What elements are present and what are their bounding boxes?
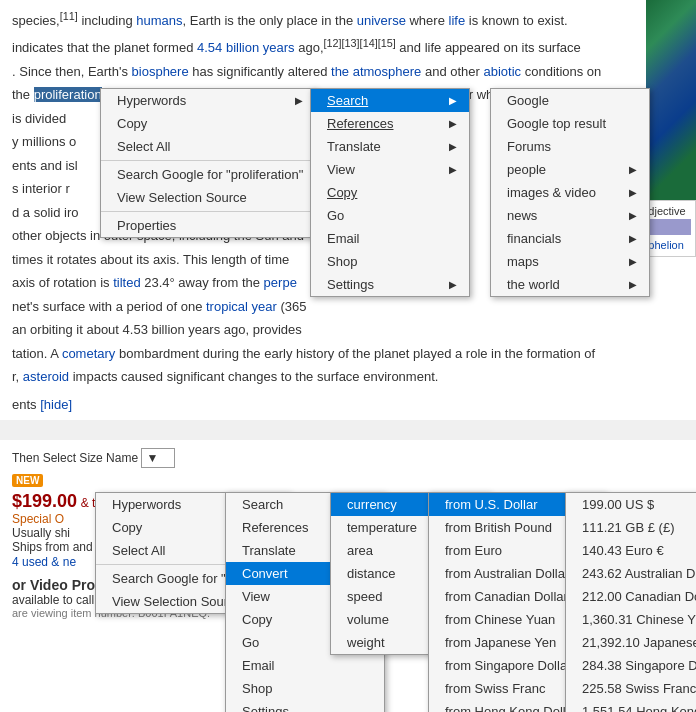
- from-sgd-label: from Singapore Dollar: [445, 658, 571, 673]
- google-top-label: Google top result: [507, 116, 606, 131]
- menu-item-email[interactable]: Email: [311, 227, 469, 250]
- copy-label-b2: Copy: [242, 612, 272, 627]
- menu-item-search-google[interactable]: Search Google for "proliferation": [101, 163, 315, 186]
- menu-item-news[interactable]: news ▶: [491, 204, 649, 227]
- biosphere-link[interactable]: biosphere: [132, 64, 189, 79]
- result-aud-label: 243.62 Australian Dollar: [582, 566, 696, 581]
- menu-item-settings[interactable]: Settings ▶: [311, 273, 469, 296]
- asteroid-link[interactable]: asteroid: [23, 369, 69, 384]
- from-hkd-label: from Hong Kong Dollar: [445, 704, 577, 712]
- from-cny-label: from Chinese Yuan: [445, 612, 555, 627]
- menu-item-search[interactable]: Search ▶: [311, 89, 469, 112]
- view-selection-label: View Selection Source: [117, 190, 247, 205]
- menu-item-hyperwords[interactable]: Hyperwords ▶: [101, 89, 315, 112]
- menu-item-the-world[interactable]: the world ▶: [491, 273, 649, 296]
- menu-item-email-b[interactable]: Email: [226, 654, 384, 677]
- line13: net's surface with a period of one tropi…: [12, 297, 684, 317]
- result-hkd: 1,551.54 Hong Kong Dollar: [566, 700, 696, 712]
- abiotic-link[interactable]: abiotic: [484, 64, 522, 79]
- view-label-b: View: [242, 589, 270, 604]
- from-aud-label: from Australian Dollar: [445, 566, 569, 581]
- menu-item-settings-b[interactable]: Settings: [226, 700, 384, 712]
- speed-label: speed: [347, 589, 382, 604]
- menu-item-shop-b[interactable]: Shop: [226, 677, 384, 700]
- result-eur: 140.43 Euro €: [566, 539, 696, 562]
- result-gbp: 111.21 GB £ (£): [566, 516, 696, 539]
- menu-item-shop[interactable]: Shop: [311, 250, 469, 273]
- menu-item-maps[interactable]: maps ▶: [491, 250, 649, 273]
- menu-item-google-top[interactable]: Google top result: [491, 112, 649, 135]
- years-link[interactable]: 4.54 billion years: [197, 40, 295, 55]
- menu-item-people[interactable]: people ▶: [491, 158, 649, 181]
- humans-link[interactable]: humans: [136, 13, 182, 28]
- arrow-icon: ▶: [449, 141, 457, 152]
- used-link[interactable]: 4 used & ne: [12, 555, 76, 569]
- arrow-icon: ▶: [449, 279, 457, 290]
- select-all-label: Select All: [117, 139, 170, 154]
- menu-item-copy2[interactable]: Copy: [311, 181, 469, 204]
- menu-item-select-all[interactable]: Select All: [101, 135, 315, 158]
- menu-item-view-selection[interactable]: View Selection Source: [101, 186, 315, 209]
- people-label: people: [507, 162, 546, 177]
- perpe-link[interactable]: perpe: [264, 275, 297, 290]
- result-cny-label: 1,360.31 Chinese Yuan: [582, 612, 696, 627]
- menu-item-go[interactable]: Go: [311, 204, 469, 227]
- menu-item-copy[interactable]: Copy: [101, 112, 315, 135]
- translate-label-b: Translate: [242, 543, 296, 558]
- size-select[interactable]: ▼: [141, 448, 175, 468]
- arrow-icon: ▶: [449, 95, 457, 106]
- the-world-label: the world: [507, 277, 560, 292]
- search-google-label: Search Google for "proliferation": [117, 167, 303, 182]
- arrow-icon: ▶: [629, 164, 637, 175]
- then-select-label: Then Select Size Name ▼: [12, 448, 684, 468]
- go-label-b: Go: [242, 635, 259, 650]
- currency-label: currency: [347, 497, 397, 512]
- menu-item-financials[interactable]: financials ▶: [491, 227, 649, 250]
- result-sgd-label: 284.38 Singapore Dollar: [582, 658, 696, 673]
- line14: an orbiting it about 4.53 billion years …: [12, 320, 684, 340]
- images-video-label: images & video: [507, 185, 596, 200]
- menu-item-references[interactable]: References ▶: [311, 112, 469, 135]
- from-chf-label: from Swiss Franc: [445, 681, 545, 696]
- search-label-b: Search: [242, 497, 283, 512]
- properties-label: Properties: [117, 218, 176, 233]
- divider2: [101, 211, 315, 212]
- result-eur-label: 140.43 Euro €: [582, 543, 664, 558]
- line2: indicates that the planet formed 4.54 bi…: [12, 35, 684, 58]
- menu-item-view[interactable]: View ▶: [311, 158, 469, 181]
- hide-link[interactable]: [hide]: [40, 397, 72, 412]
- result-cad-label: 212.00 Canadian Dollar: [582, 589, 696, 604]
- hyperwords-label-b: Hyperwords: [112, 497, 181, 512]
- result-jpy-label: 21,392.10 Japanese #: [582, 635, 696, 650]
- result-cad: 212.00 Canadian Dollar: [566, 585, 696, 608]
- arrow-icon: ▶: [629, 279, 637, 290]
- select-all-label-b: Select All: [112, 543, 165, 558]
- volume-label: volume: [347, 612, 389, 627]
- hyperwords-submenu-top: Search ▶ References ▶ Translate ▶ View ▶…: [310, 88, 470, 297]
- result-gbp-label: 111.21 GB £ (£): [582, 520, 675, 535]
- arrow-icon: ▶: [449, 118, 457, 129]
- view-selection-label-b: View Selection Source: [112, 594, 242, 609]
- tilted-link[interactable]: tilted: [113, 275, 140, 290]
- cometary-link[interactable]: cometary: [62, 346, 115, 361]
- from-cad-label: from Canadian Dollar: [445, 589, 568, 604]
- arrow-icon: ▶: [629, 187, 637, 198]
- universe-link[interactable]: universe: [357, 13, 406, 28]
- menu-item-images-video[interactable]: images & video ▶: [491, 181, 649, 204]
- price-value: $199.00: [12, 491, 77, 511]
- menu-item-translate[interactable]: Translate ▶: [311, 135, 469, 158]
- atmosphere-link[interactable]: the atmosphere: [331, 64, 421, 79]
- search-label: Search: [327, 93, 368, 108]
- email-label-b: Email: [242, 658, 275, 673]
- result-jpy: 21,392.10 Japanese #: [566, 631, 696, 654]
- shop-label-b: Shop: [242, 681, 272, 696]
- tropical-link[interactable]: tropical year: [206, 299, 277, 314]
- maps-label: maps: [507, 254, 539, 269]
- copy-label: Copy: [117, 116, 147, 131]
- menu-item-google[interactable]: Google: [491, 89, 649, 112]
- copy-label-b: Copy: [112, 520, 142, 535]
- menu-item-forums[interactable]: Forums: [491, 135, 649, 158]
- references-label-b: References: [242, 520, 308, 535]
- menu-item-properties[interactable]: Properties: [101, 214, 315, 237]
- life-link[interactable]: life: [449, 13, 466, 28]
